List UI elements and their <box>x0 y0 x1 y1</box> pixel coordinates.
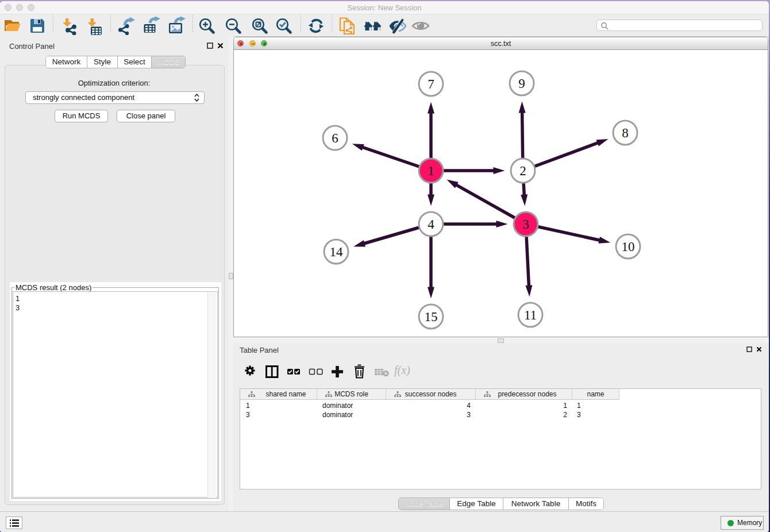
svg-text:14: 14 <box>330 245 344 259</box>
svg-text:15: 15 <box>425 310 438 324</box>
svg-text:7: 7 <box>428 77 434 91</box>
svg-text:8: 8 <box>622 126 629 140</box>
svg-text:6: 6 <box>332 131 338 145</box>
svg-text:9: 9 <box>518 76 525 91</box>
svg-text:11: 11 <box>524 308 537 322</box>
svg-text:1: 1 <box>428 164 434 178</box>
svg-text:3: 3 <box>522 217 529 232</box>
svg-text:4: 4 <box>428 217 434 232</box>
svg-text:2: 2 <box>519 164 526 178</box>
svg-text:10: 10 <box>622 240 635 254</box>
